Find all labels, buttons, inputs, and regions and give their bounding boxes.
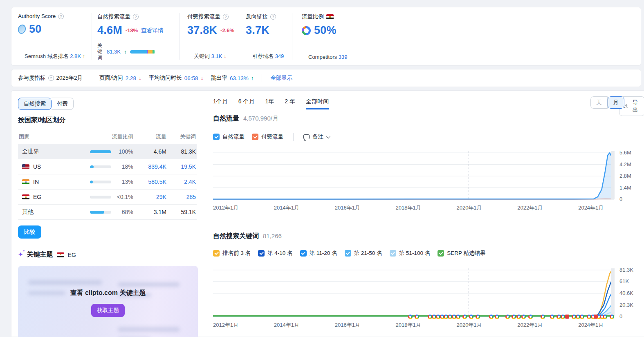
x-axis-tick: 2012年1月 (213, 204, 238, 212)
legend-label: 排名前 3 名 (222, 250, 251, 257)
x-axis-tick: 2012年1月 (213, 321, 238, 329)
checkbox-checked-icon (300, 250, 307, 257)
table-row[interactable]: US18%839.4K19.5K (18, 159, 197, 174)
table-row[interactable]: 其他68%3.1M59.1K (18, 205, 197, 220)
divider (92, 13, 92, 60)
view-details-link[interactable]: 查看详情 (141, 27, 163, 34)
legend-label: 第 21-50 名 (354, 250, 382, 257)
keywords-cell: 19.5K (167, 159, 197, 174)
country-label: 全世界 (22, 148, 39, 155)
show-all-link[interactable]: 全部显示 (270, 74, 292, 82)
granularity-day[interactable]: 天 (590, 96, 608, 109)
get-topics-button[interactable]: 获取主题 (91, 304, 125, 317)
metric-value: 2.28 (126, 75, 136, 81)
engagement-metric: 页面/访问2.28↓ (99, 74, 141, 82)
x-axis-tick: 2014年1月 (274, 321, 299, 329)
granularity-month[interactable]: 月 (608, 96, 625, 109)
rank-range-checkbox[interactable]: 第 4-10 名 (258, 250, 293, 257)
organic-traffic-chart-value: 4,570,990/月 (243, 115, 278, 123)
serp-google-marker-icon[interactable] (495, 315, 499, 319)
paid-keywords-value[interactable]: 3.1K (211, 53, 222, 59)
legend-label: 第 51-100 名 (399, 250, 431, 257)
organic-keywords-value[interactable]: 81.3K (107, 49, 121, 55)
series-checkbox[interactable]: 自然流量 (213, 133, 245, 141)
rank-range-checkbox[interactable]: 第 51-100 名 (390, 250, 431, 257)
serp-google-marker-icon[interactable] (512, 315, 516, 319)
rank-range-checkbox[interactable]: SERP 精选结果 (438, 250, 485, 257)
time-tab[interactable]: 2 年 (285, 98, 295, 109)
rank-range-checkbox[interactable]: 第 11-20 名 (300, 250, 337, 257)
country-label: EG (33, 194, 41, 200)
time-tab[interactable]: 1年 (265, 98, 274, 109)
organic-traffic-label: 自然搜索流量 (97, 13, 130, 20)
table-row[interactable]: IN13%580.5K2.4K (18, 174, 197, 190)
table-row[interactable]: EG<0.1%29K285 (18, 190, 197, 205)
keywords-value-link[interactable]: 285 (186, 194, 196, 200)
organic-traffic-chart-title: 自然流量 (213, 114, 239, 123)
keywords-cell: 2.4K (167, 174, 197, 190)
country-cell: EG (18, 190, 58, 205)
traffic-value-link[interactable]: 839.4K (148, 163, 166, 170)
bar-segment (130, 50, 147, 54)
keywords-value-link[interactable]: 19.5K (181, 163, 196, 170)
time-tab[interactable]: 全部时间 (306, 98, 329, 109)
legend-label: 付费流量 (261, 133, 283, 141)
serp-alert-marker-icon[interactable] (565, 315, 569, 319)
country-name: US (19, 163, 58, 170)
traffic-share-bar (90, 165, 111, 168)
info-icon[interactable]: ? (223, 14, 229, 20)
time-tab[interactable]: 6 个月 (238, 98, 255, 109)
checkbox-checked-icon (258, 250, 265, 257)
trend-up-arrow: ↑ (83, 53, 85, 59)
traffic-value-link[interactable]: 580.5K (148, 179, 166, 185)
info-icon[interactable]: ? (48, 75, 54, 81)
serp-google-marker-icon[interactable] (521, 315, 526, 319)
ref-domains-value[interactable]: 349 (275, 53, 284, 59)
x-axis-tick: 2016年1月 (335, 204, 360, 212)
table-row[interactable]: 全世界100%4.6M81.3K (18, 144, 197, 159)
country-cell: 全世界 (18, 144, 58, 159)
tab-organic[interactable]: 自然搜索 (18, 98, 52, 110)
serp-google-marker-icon[interactable] (561, 315, 565, 319)
info-icon[interactable]: ? (270, 14, 276, 20)
keywords-cell: 81.3K (167, 144, 197, 159)
traffic-type-toggle: 自然搜索付费 (18, 98, 74, 110)
engagement-metrics-card: 参与度指标 ? 2025年2月 页面/访问2.28↓平均访问时长06:58↓跳出… (11, 69, 641, 87)
y-axis-tick: 0 (619, 313, 622, 319)
rank-range-checkbox[interactable]: 排名前 3 名 (213, 250, 251, 257)
serp-google-marker-icon[interactable] (580, 315, 584, 319)
compare-button[interactable]: 比较 (18, 225, 41, 239)
serp-google-marker-icon[interactable] (476, 315, 480, 319)
serp-google-marker-icon[interactable] (550, 315, 554, 319)
series-checkbox[interactable]: 付费流量 (252, 133, 283, 141)
serp-google-marker-icon[interactable] (541, 315, 545, 319)
info-icon[interactable]: ? (133, 14, 139, 20)
domain-rank-label: Semrush 域名排名 (25, 53, 69, 59)
rank-range-checkbox[interactable]: 第 21-50 名 (345, 250, 382, 257)
domain-rank-value[interactable]: 2.8K (70, 53, 81, 59)
keywords-value-link[interactable]: 2.4K (184, 179, 196, 185)
traffic-value-link[interactable]: 29K (156, 194, 166, 200)
traffic-cell: 4.6M (134, 144, 167, 159)
time-tab[interactable]: 1个月 (213, 98, 228, 109)
trend-down-arrow: ↓ (224, 53, 227, 59)
country-name: IN (19, 179, 58, 185)
main-analysis-card: 自然搜索付费 按国家/地区划分 国家流量比例流量关键词 全世界100%4.6M8… (11, 90, 644, 337)
engagement-metric: 跳出率63.13%↑ (211, 74, 254, 82)
serp-google-marker-icon[interactable] (456, 315, 460, 319)
notes-dropdown[interactable]: 备注 (303, 133, 329, 141)
tab-paid[interactable]: 付费 (52, 98, 74, 110)
x-axis-tick: 2020年1月 (456, 204, 482, 212)
column-header: 关键词 (167, 132, 197, 144)
ai-sparkle-icon: ✦ (18, 251, 23, 258)
x-axis-tick: 2024年1月 (578, 321, 604, 329)
keywords-cell: 285 (167, 190, 197, 205)
column-header: 流量 (134, 132, 167, 144)
competitors-value[interactable]: 339 (339, 54, 348, 60)
divider (239, 13, 239, 60)
serp-google-marker-icon[interactable] (415, 315, 419, 319)
info-icon[interactable]: ? (58, 13, 64, 19)
serp-google-marker-icon[interactable] (516, 315, 521, 319)
checkbox-checked-icon (213, 250, 220, 257)
traffic-cell: 3.1M (134, 205, 167, 220)
